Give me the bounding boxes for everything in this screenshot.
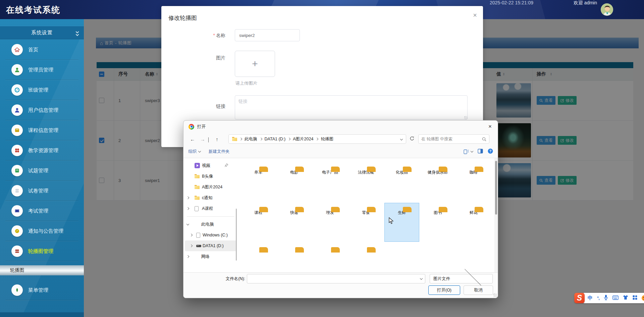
ime-toolbox-icon[interactable]	[633, 295, 637, 301]
folder-tile[interactable]: 法律法规	[348, 163, 383, 201]
address-bar[interactable]: 此电脑 DATA1 (D:) A图片2024 轮播图	[228, 134, 406, 144]
sidebar-item-videos[interactable]: 视频	[183, 160, 238, 171]
dialog-close-icon[interactable]: ×	[482, 121, 498, 133]
history-chevron-icon[interactable]	[208, 137, 209, 142]
folder-tile[interactable]: 化妆品	[384, 163, 419, 201]
sidebar-item-question-mgmt[interactable]: 试题管理	[0, 161, 84, 181]
organize-menu[interactable]: 组织	[188, 149, 201, 154]
user-avatar[interactable]	[601, 3, 613, 16]
ime-mic-icon[interactable]	[604, 295, 608, 302]
filename-input[interactable]	[250, 276, 420, 281]
sidebar-item-network[interactable]: 网络	[183, 251, 238, 262]
sogou-logo-icon[interactable]: S	[574, 293, 585, 303]
sidebar-item-user-info-mgmt[interactable]: 用户信息管理	[0, 100, 84, 120]
collapse-chevron-icon[interactable]	[186, 223, 189, 225]
expand-chevron-icon[interactable]	[186, 255, 189, 258]
sidebar-item-admin-mgmt[interactable]: 管理员管理	[0, 60, 84, 80]
forward-icon[interactable]: →	[198, 136, 208, 142]
sidebar-item-class-mgmt[interactable]: 班级管理	[0, 80, 84, 100]
sidebar-item-label: 教学资源管理	[28, 147, 58, 154]
folder-tile[interactable]	[241, 243, 276, 273]
preview-pane-button[interactable]	[478, 149, 483, 154]
address-segment[interactable]: A图片2024	[293, 136, 313, 142]
header-welcome: 欢迎 admin	[574, 0, 597, 6]
filetype-select[interactable]: 图片文件	[430, 274, 493, 283]
help-button[interactable]: ?	[488, 148, 493, 155]
folder-tile[interactable]: 零食	[348, 203, 383, 242]
folder-tile[interactable]: 咖啡	[456, 163, 491, 201]
ime-emoji-icon[interactable]	[642, 295, 644, 301]
sidebar-item-data1-d[interactable]: DATA1 (D:)	[185, 240, 236, 251]
address-dropdown-icon[interactable]	[400, 138, 403, 140]
address-segment[interactable]: DATA1 (D:)	[265, 137, 286, 141]
sidebar-item-carousel-mgmt[interactable]: 轮播图管理	[0, 241, 84, 261]
sidebar-item-label: 菜单管理	[28, 287, 48, 293]
sidebar-item-exam-mgmt[interactable]: 考试管理	[0, 201, 84, 221]
dialog-sidebar: 视频 B头像 A图片2024 c通知 A课程	[183, 158, 238, 273]
image-upload-box[interactable]: +	[235, 51, 275, 77]
expand-chevron-icon[interactable]	[186, 207, 189, 210]
expand-chevron-icon[interactable]	[190, 234, 193, 236]
scrollbar-thumb[interactable]	[495, 161, 497, 215]
chevron-down-icon[interactable]	[420, 277, 423, 279]
home-icon	[11, 44, 23, 55]
sidebar-item-notice-mgmt[interactable]: 通知与公告管理	[0, 221, 84, 241]
address-segment[interactable]: 此电脑	[245, 136, 257, 142]
sidebar-item-bavatar[interactable]: B头像	[183, 171, 238, 182]
view-mode-button[interactable]	[464, 149, 473, 154]
sidebar-item-teaching-resource-mgmt[interactable]: 教学资源管理	[0, 140, 84, 161]
sidebar-item-windows-c[interactable]: Windows (C:)	[183, 230, 238, 240]
expand-chevron-icon[interactable]	[186, 196, 189, 199]
ime-punct-toggle[interactable]: °,	[597, 296, 599, 301]
cancel-button[interactable]: 取消	[464, 285, 493, 295]
sidebar-section-header[interactable]: 系统设置	[0, 26, 84, 39]
expand-chevron-icon[interactable]	[190, 244, 193, 247]
sidebar-item-this-pc[interactable]: 此电脑	[183, 219, 238, 230]
folder-tile[interactable]: 图书	[420, 203, 455, 242]
up-icon[interactable]: ↑	[212, 136, 222, 142]
dialog-titlebar[interactable]: 打开 ×	[183, 121, 498, 133]
sidebar-item-acourse[interactable]: A课程	[183, 203, 238, 214]
ime-skin-icon[interactable]	[623, 295, 628, 301]
back-icon[interactable]: ←	[187, 136, 198, 142]
sidebar-item-menu-mgmt[interactable]: 菜单管理	[0, 280, 84, 300]
dialog-body: 视频 B头像 A图片2024 c通知 A课程	[183, 158, 498, 273]
file-list-scrollbar[interactable]	[494, 158, 498, 273]
address-segment[interactable]: 轮播图	[321, 136, 333, 142]
sidebar-item-course-info-mgmt[interactable]: 课程信息管理	[0, 120, 84, 140]
textarea-resize-grip[interactable]	[464, 116, 468, 120]
folder-tile[interactable]	[277, 243, 312, 273]
filename-combo[interactable]	[247, 274, 425, 283]
menu-leaf-icon	[11, 284, 23, 296]
link-textarea[interactable]	[235, 95, 468, 120]
dialog-resize-grip[interactable]	[493, 293, 497, 297]
folder-tile[interactable]: 单车	[241, 163, 276, 201]
new-folder-button[interactable]: 新建文件夹	[209, 149, 230, 154]
folder-tile[interactable]: 理发	[313, 203, 347, 242]
search-box[interactable]	[418, 134, 489, 144]
open-button[interactable]: 打开(O)	[428, 285, 460, 295]
refresh-icon[interactable]	[410, 136, 415, 142]
chevron-down-icon	[198, 150, 201, 152]
sidebar-scrollbar[interactable]	[236, 209, 237, 261]
ime-mode-toggle[interactable]: 中	[588, 295, 593, 301]
folder-tile[interactable]	[348, 243, 383, 273]
search-input[interactable]	[421, 137, 482, 141]
sidebar-item-apic2024[interactable]: A图片2024	[183, 182, 238, 192]
ime-keyboard-icon[interactable]	[612, 295, 619, 301]
folder-tile[interactable]: 鲜花	[456, 203, 491, 242]
folder-tile[interactable]: 电子产品	[313, 163, 347, 201]
folder-tile[interactable]	[313, 243, 347, 273]
sidebar-subitem-label: 轮播图	[10, 267, 24, 273]
name-input[interactable]	[235, 29, 300, 41]
folder-tile[interactable]: 电影	[277, 163, 312, 201]
folder-tile[interactable]: 健身俱乐部	[420, 163, 455, 201]
sidebar-item-cnotice[interactable]: c通知	[183, 192, 238, 203]
sidebar-item-home[interactable]: 首页	[0, 40, 84, 60]
sidebar-subitem-carousel[interactable]: 轮播图	[0, 265, 84, 275]
modal-close-icon[interactable]: ×	[473, 11, 477, 19]
folder-tile[interactable]: 课程	[241, 203, 276, 242]
sidebar-item-paper-mgmt[interactable]: 试卷管理	[0, 181, 84, 201]
folder-icon	[195, 174, 200, 178]
folder-tile[interactable]: 快递	[277, 203, 312, 242]
